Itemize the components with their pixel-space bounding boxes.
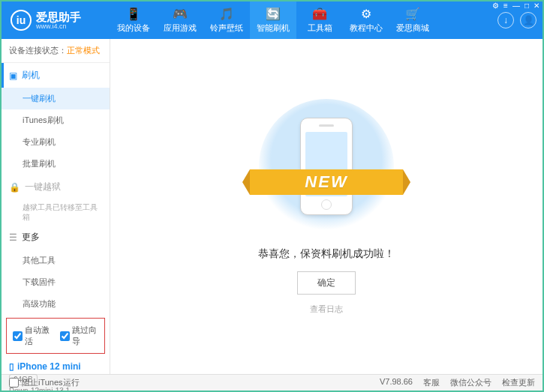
window-controls: ⚙ ≡ — □ ✕: [492, 1, 539, 10]
new-label: NEW: [305, 172, 347, 192]
confirm-button[interactable]: 确定: [297, 271, 356, 295]
tab-apps-games[interactable]: 🎮应用游戏: [157, 1, 203, 39]
nav-tabs: 📱我的设备 🎮应用游戏 🎵铃声壁纸 🔄智能刷机 🧰工具箱 ⚙教程中心 🛒爱思商城: [110, 1, 436, 39]
logo-area: iu 爱思助手 www.i4.cn: [2, 10, 110, 31]
sidebar: 设备连接状态：正常模式 ▣ 刷机 一键刷机 iTunes刷机 专业刷机 批量刷机…: [2, 39, 110, 374]
section-more[interactable]: ☰ 更多: [2, 225, 110, 250]
jailbreak-note: 越狱工具已转移至工具箱: [2, 199, 110, 225]
tab-smart-flash[interactable]: 🔄智能刷机: [250, 1, 296, 39]
sidebar-item-itunes-flash[interactable]: iTunes刷机: [2, 109, 110, 131]
app-name: 爱思助手: [36, 11, 81, 22]
more-icon: ☰: [9, 232, 17, 243]
flash-icon: ▣: [9, 70, 17, 81]
device-name[interactable]: ▯ iPhone 12 mini: [9, 361, 102, 372]
toolbox-icon: 🧰: [312, 7, 327, 21]
footer-wechat[interactable]: 微信公众号: [450, 377, 491, 388]
maximize-icon[interactable]: □: [524, 1, 529, 10]
tab-my-device[interactable]: 📱我的设备: [110, 1, 157, 39]
header-right: ↓ 👤: [497, 12, 542, 28]
phone-icon: 📱: [126, 7, 141, 21]
music-icon: 🎵: [219, 7, 234, 21]
device-icon: ▯: [9, 361, 14, 372]
settings-icon[interactable]: ⚙: [492, 1, 499, 10]
app-logo-icon: iu: [11, 10, 32, 31]
sidebar-item-oneclick-flash[interactable]: 一键刷机: [2, 88, 110, 109]
phone-shape: [300, 118, 353, 215]
new-banner: NEW: [250, 169, 403, 195]
close-icon[interactable]: ✕: [533, 1, 539, 10]
lock-icon: 🔒: [9, 182, 20, 193]
section-jailbreak[interactable]: 🔒 一键越狱: [2, 175, 110, 199]
sidebar-item-batch-flash[interactable]: 批量刷机: [2, 153, 110, 175]
tab-tutorials[interactable]: ⚙教程中心: [343, 1, 389, 39]
game-icon: 🎮: [173, 7, 188, 21]
cart-icon: 🛒: [405, 7, 420, 21]
checkbox-auto-activate[interactable]: 自动激活: [13, 325, 51, 347]
menu-icon[interactable]: ≡: [503, 1, 508, 10]
footer-update[interactable]: 检查更新: [502, 377, 535, 388]
download-button[interactable]: ↓: [497, 12, 514, 28]
tab-ringtone-wallpaper[interactable]: 🎵铃声壁纸: [203, 1, 250, 39]
tab-store[interactable]: 🛒爱思商城: [389, 1, 436, 39]
main-content: NEW 恭喜您，保资料刷机成功啦！ 确定 查看日志: [110, 39, 542, 374]
success-message: 恭喜您，保资料刷机成功啦！: [258, 247, 395, 261]
phone-illustration: NEW: [259, 99, 394, 234]
view-log-link[interactable]: 查看日志: [310, 304, 343, 315]
section-flash[interactable]: ▣ 刷机: [2, 63, 110, 88]
checkbox-skip-guide[interactable]: 跳过向导: [60, 325, 98, 347]
sidebar-item-other-tools[interactable]: 其他工具: [2, 250, 110, 271]
refresh-icon: 🔄: [266, 7, 281, 21]
sidebar-item-download-firmware[interactable]: 下载固件: [2, 271, 110, 293]
footer-service[interactable]: 客服: [423, 377, 440, 388]
header-bar: iu 爱思助手 www.i4.cn 📱我的设备 🎮应用游戏 🎵铃声壁纸 🔄智能刷…: [2, 1, 542, 39]
version-label: V7.98.66: [380, 377, 413, 388]
app-url: www.i4.cn: [36, 22, 81, 30]
checkbox-block-itunes[interactable]: 阻止iTunes运行: [9, 377, 80, 388]
sidebar-item-pro-flash[interactable]: 专业刷机: [2, 131, 110, 153]
tab-toolbox[interactable]: 🧰工具箱: [296, 1, 343, 39]
sidebar-item-advanced[interactable]: 高级功能: [2, 293, 110, 315]
minimize-icon[interactable]: —: [512, 1, 520, 10]
user-button[interactable]: 👤: [520, 12, 536, 28]
gear-icon: ⚙: [361, 7, 371, 21]
checkbox-row: 自动激活 跳过向导: [6, 318, 105, 354]
connection-status: 设备连接状态：正常模式: [2, 39, 110, 63]
